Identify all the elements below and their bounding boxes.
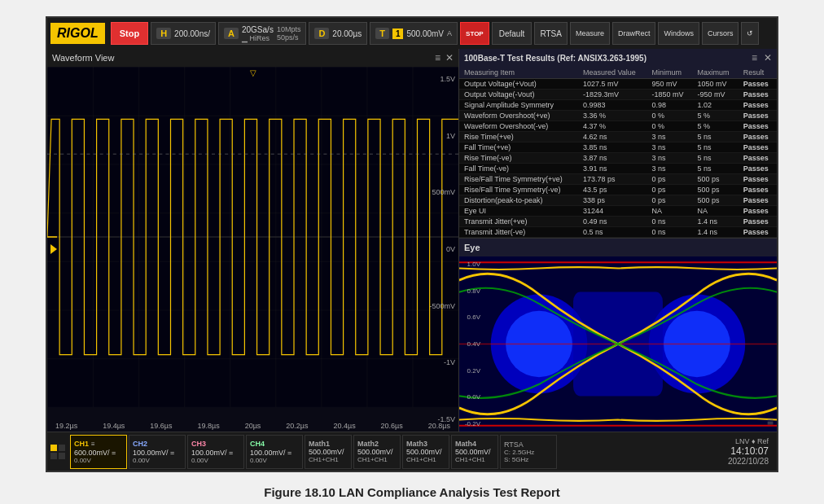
y-label-5: -500mV xyxy=(429,302,455,310)
table-cell-14-3: 1.4 ns xyxy=(693,227,739,238)
x-label-8: 20.6µs xyxy=(381,422,403,430)
h-label: H xyxy=(156,28,171,39)
table-cell-9-3: 500 ps xyxy=(693,174,739,185)
trigger-level: 500.00mV xyxy=(406,29,444,38)
stop-icon-button[interactable]: STOP xyxy=(460,22,489,45)
ch-grid xyxy=(50,445,65,459)
table-cell-3-0: Waveform Overshoot(+ve) xyxy=(459,111,578,121)
table-cell-2-3: 1.02 xyxy=(693,100,739,111)
table-cell-13-3: 1.4 ns xyxy=(693,217,739,227)
table-cell-9-0: Rise/Fall Time Symmetry(+ve) xyxy=(459,174,578,185)
math3-value: 500.00mV/ xyxy=(406,448,445,456)
table-cell-1-0: Output Voltage(-Vout) xyxy=(459,90,578,100)
table-cell-3-2: 0 % xyxy=(646,111,692,121)
table-row: Rise/Fall Time Symmetry(-ve)43.5 ps0 ps5… xyxy=(459,185,777,195)
table-cell-11-2: 0 ps xyxy=(646,195,692,206)
t-label: T xyxy=(375,28,389,39)
math2-block[interactable]: Math2 500.00mV/ CH1+CH1 xyxy=(353,435,401,469)
undo-button[interactable]: ↺ xyxy=(741,22,759,45)
table-row: Output Voltage(-Vout)-1829.3mV-1850 mV-9… xyxy=(459,90,777,100)
windows-button[interactable]: Windows xyxy=(658,22,699,45)
ch-grid-4 xyxy=(59,453,65,459)
trigger-channel: 1 xyxy=(392,28,404,39)
eye-menu-icon[interactable]: ≡ xyxy=(767,415,774,428)
ch4-block[interactable]: CH4 100.00mV/ = 0.00V xyxy=(246,435,303,469)
eye-svg xyxy=(459,256,777,432)
drawrect-button[interactable]: DrawRect xyxy=(612,22,656,45)
ch-grid-2 xyxy=(59,445,65,451)
timebase-group[interactable]: H 200.00ns/ xyxy=(151,22,216,45)
rigol-logo: RIGOL xyxy=(50,23,105,44)
table-row: Transmit Jitter(+ve)0.49 ns0 ns1.4 nsPas… xyxy=(459,217,777,227)
rtsa-s: S: 5GHz xyxy=(504,456,553,463)
table-cell-8-2: 3 ns xyxy=(646,164,692,174)
table-cell-10-4: Passes xyxy=(739,185,777,195)
math3-block[interactable]: Math3 500.00mV/ CH1+CH1 xyxy=(402,435,449,469)
table-header-row: Measuring Item Measured Value Minimum Ma… xyxy=(459,67,777,79)
cursors-button[interactable]: Cursors xyxy=(702,22,739,45)
table-cell-1-3: -950 mV xyxy=(693,90,739,100)
eye-y-6: 0.0V xyxy=(459,393,482,401)
math4-block[interactable]: Math4 500.00mV/ CH1+CH1 xyxy=(451,435,498,469)
y-label-4: 0V xyxy=(429,245,455,253)
col-max: Maximum xyxy=(693,67,739,79)
rtsa-block[interactable]: RTSA C: 2.5GHz S: 5GHz xyxy=(500,435,557,469)
math3-label: Math3 xyxy=(406,440,445,448)
math2-sub: CH1+CH1 xyxy=(357,456,397,463)
acq-rate: 50ps/s xyxy=(277,33,301,42)
x-label-7: 20.4µs xyxy=(333,422,355,430)
sample-rate: 20GSa/s xyxy=(242,25,274,34)
table-cell-6-4: Passes xyxy=(739,142,777,153)
table-cell-6-1: 3.85 ns xyxy=(578,142,647,153)
table-cell-7-0: Rise Time(-ve) xyxy=(459,153,578,164)
rtsa-button[interactable]: RTSA xyxy=(534,22,568,45)
table-cell-8-0: Fall Time(-ve) xyxy=(459,164,578,174)
waveform-header-icons: ≡ ✕ xyxy=(435,52,454,64)
table-cell-11-1: 338 ps xyxy=(578,195,647,206)
table-cell-6-0: Fall Time(+ve) xyxy=(459,142,578,153)
table-cell-13-0: Transmit Jitter(+ve) xyxy=(459,217,578,227)
acquisition-group[interactable]: A 20GSa/s ▁ HiRes 10Mpts 50ps/s xyxy=(218,22,306,45)
table-cell-7-2: 3 ns xyxy=(646,153,692,164)
mem-depth: 10Mpts xyxy=(277,25,301,33)
table-cell-2-4: Passes xyxy=(739,100,777,111)
table-cell-7-3: 5 ns xyxy=(693,153,739,164)
ch2-offset: 0.00V xyxy=(133,457,182,464)
trigger-marker xyxy=(50,244,57,254)
table-cell-4-3: 5 % xyxy=(693,121,739,132)
default-button[interactable]: Default xyxy=(492,22,533,45)
eye-y-labels: 1.0V 0.8V 0.6V 0.4V 0.2V 0.0V -0.2V xyxy=(459,256,482,432)
results-menu-icon[interactable]: ≡ xyxy=(752,52,757,64)
table-row: Signal Amplitude Symmetry0.99830.981.02P… xyxy=(459,100,777,111)
math1-block[interactable]: Math1 500.00mV/ CH1+CH1 xyxy=(305,435,352,469)
results-close-icon[interactable]: ✕ xyxy=(764,52,772,64)
ch3-value: 100.00mV/ = xyxy=(191,449,240,457)
waveform-title: Waveform View xyxy=(52,53,114,63)
stop-button[interactable]: Stop xyxy=(111,22,148,45)
results-header: 100Base-T Test Results (Ref: ANSIX3.263-… xyxy=(459,49,777,67)
ch2-label: CH2 xyxy=(133,440,182,448)
table-cell-11-4: Passes xyxy=(739,195,777,206)
table-cell-10-2: 0 ps xyxy=(646,185,692,195)
math1-value: 500.00mV/ xyxy=(309,448,348,456)
ch3-block[interactable]: CH3 100.00mV/ = 0.00V xyxy=(187,435,244,469)
table-cell-2-1: 0.9983 xyxy=(578,100,647,111)
ch2-block[interactable]: CH2 100.00mV/ = 0.00V xyxy=(129,435,186,469)
channel-grid-icons xyxy=(50,445,65,459)
trigger-group[interactable]: T 1 500.00mV A xyxy=(370,22,458,45)
table-row: Rise Time(-ve)3.87 ns3 ns5 nsPasses xyxy=(459,153,777,164)
table-row: Distortion(peak-to-peak)338 ps0 ps500 ps… xyxy=(459,195,777,206)
table-cell-7-1: 3.87 ns xyxy=(578,153,647,164)
ch1-block[interactable]: CH1 ≡ 600.00mV/ = 0.00V xyxy=(70,435,127,469)
table-cell-3-3: 5 % xyxy=(693,111,739,121)
measure-button[interactable]: Measure xyxy=(570,22,610,45)
table-cell-8-3: 5 ns xyxy=(693,164,739,174)
ch4-value: 100.00mV/ = xyxy=(250,449,299,457)
waveform-close-icon[interactable]: ✕ xyxy=(445,52,454,64)
table-cell-2-0: Signal Amplitude Symmetry xyxy=(459,100,578,111)
d-group[interactable]: D 20.00µs xyxy=(309,22,367,45)
waveform-menu-icon[interactable]: ≡ xyxy=(435,52,440,64)
time-display: 14:10:07 xyxy=(728,445,769,457)
y-label-3: 500mV xyxy=(429,188,455,196)
table-cell-6-3: 5 ns xyxy=(693,142,739,153)
